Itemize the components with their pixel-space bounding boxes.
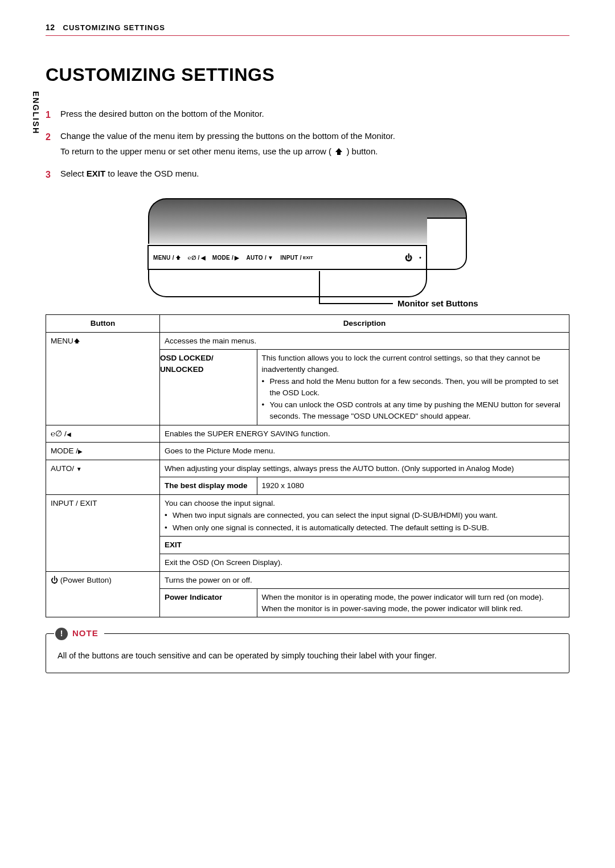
steps-list: Press the desired button on the bottom o… [46,106,569,181]
diagram-callout: Monitor set Buttons [397,298,478,308]
note-body: All of the buttons are touch sensitive a… [58,650,557,662]
page-number: 12 [46,23,55,32]
table-row: AUTO/ ▼ When adjusting your display sett… [46,460,569,477]
monitor-diagram: MENU / ℮∅/◀ MODE /▶ AUTO /▼ INPUT / EXIT… [46,198,569,297]
up-arrow-icon [73,338,80,344]
led-dot-icon: • [419,255,421,261]
note-box: ! NOTE All of the buttons are touch sens… [46,633,569,673]
page-header: 12 CUSTOMIZING SETTINGS [46,23,569,36]
cell-desc-auto: When adjusting your display settings, al… [160,460,569,477]
note-title: NOTE [72,627,99,640]
cell-btn-auto: AUTO/ ▼ [46,460,160,494]
cell-desc-menu: Accesses the main menus. [160,332,569,350]
table-row: MODE /▶ Goes to the Picture Mode menu. [46,443,569,460]
power-indicator-desc: When the monitor is in operating mode, t… [257,589,569,617]
cell-desc-input: You can choose the input signal. When tw… [160,494,569,537]
power-icon: ⏻ [51,576,58,584]
page-title: CUSTOMIZING SETTINGS [46,64,569,85]
btn-label-mode: MODE /▶ [212,255,240,261]
power-icon: ⏻ [405,253,412,262]
th-button: Button [46,315,160,333]
cell-desc-mode: Goes to the Picture Mode menu. [160,443,569,460]
step-3-post: to leave the OSD menu. [105,169,199,178]
down-triangle-icon: ▼ [76,466,82,472]
info-icon: ! [55,628,68,640]
cell-btn-input: INPUT / EXIT [46,494,160,571]
exit-label: EXIT [160,537,569,554]
th-description: Description [160,315,569,333]
left-triangle-icon: ◀ [67,431,71,437]
btn-label-menu: MENU / [153,255,181,261]
cell-btn-mode: MODE /▶ [46,443,160,460]
leaf-icon: ℮∅ [188,255,197,261]
power-indicator-label: Power Indicator [160,589,257,617]
step-2: Change the value of the menu item by pre… [46,128,569,159]
cell-desc-power: Turns the power on or off. [160,571,569,589]
btn-label-energy: ℮∅/◀ [188,255,206,261]
step-2-line2-post: ) button. [346,146,378,156]
step-3-exit: EXIT [87,169,105,178]
cell-btn-power: ⏻ (Power Button) [46,571,160,617]
table-row: ⏻ (Power Button) Turns the power on or o… [46,571,569,589]
cell-btn-menu: MENU [46,332,160,425]
osd-locked-label: OSD LOCKED/ UNLOCKED [160,350,257,424]
right-triangle-icon: ▶ [235,255,239,261]
table-row: ℮∅ /◀ Enables the SUPER ENERGY SAVING fu… [46,425,569,443]
btn-label-input: INPUT / EXIT [280,255,313,261]
step-3-pre: Select [60,169,87,178]
table-row: MENU Accesses the main menus. [46,332,569,350]
step-2-line1: Change the value of the menu item by pre… [60,131,395,141]
header-title: CUSTOMIZING SETTINGS [63,23,165,32]
left-triangle-icon: ◀ [201,255,206,261]
button-strip: MENU / ℮∅/◀ MODE /▶ AUTO /▼ INPUT / EXIT… [147,245,427,270]
step-3: Select EXIT to leave the OSD menu. [46,166,569,181]
cell-btn-energy: ℮∅ /◀ [46,425,160,443]
osd-locked-desc: This function allows you to lock the cur… [257,350,569,424]
up-arrow-icon [334,145,344,154]
up-arrow-icon [175,255,181,260]
step-2-line2-pre: To return to the upper menu or set other… [60,146,331,156]
best-mode-value: 1920 x 1080 [257,477,569,494]
buttons-table: Button Description MENU Accesses the mai… [46,314,569,617]
osd-bullet-1: Press and hold the Menu button for a few… [262,376,565,398]
exit-desc: Exit the OSD (On Screen Display). [160,554,569,572]
table-row: INPUT / EXIT You can choose the input si… [46,494,569,537]
cell-desc-energy: Enables the SUPER ENERGY SAVING function… [160,425,569,443]
right-triangle-icon: ▶ [78,448,83,455]
language-tab: ENGLISH [31,91,40,134]
input-bullet-2: When only one signal is connected, it is… [165,522,564,534]
best-mode-label: The best display mode [160,477,257,494]
leaf-icon: ℮∅ [51,429,62,438]
down-triangle-icon: ▼ [268,255,273,261]
step-1: Press the desired button on the bottom o… [46,106,569,121]
btn-label-auto: AUTO /▼ [247,255,274,261]
input-bullet-1: When two input signals are connected, yo… [165,510,564,521]
osd-bullet-2: You can unlock the OSD controls at any t… [262,399,565,421]
